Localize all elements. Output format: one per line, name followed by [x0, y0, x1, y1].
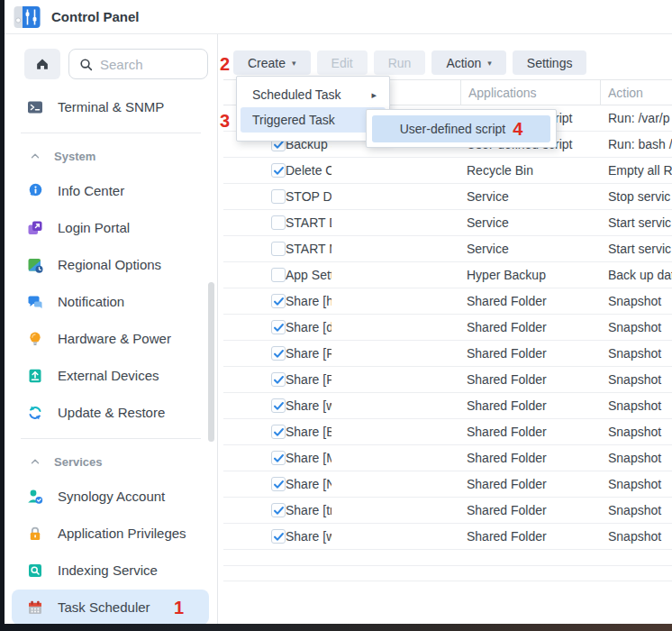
submenu-arrow-icon: ▸	[371, 89, 377, 101]
search-input[interactable]	[100, 57, 200, 72]
task-enabled-checkbox[interactable]	[271, 320, 286, 334]
task-action: Empty all R	[601, 163, 672, 178]
toolbar: Create ▾ Edit Run Action ▾ Settings	[218, 34, 672, 75]
table-row[interactable]: App Settings Web... Hyper Backup Back up…	[223, 262, 672, 288]
menu-item-triggered-task[interactable]: Triggered Task ▸	[241, 107, 386, 133]
check-icon	[273, 165, 285, 177]
task-application: Shared Folder	[461, 372, 601, 387]
task-application: Shared Folder	[461, 451, 601, 465]
task-name: Share [transfer] S...	[286, 503, 331, 517]
task-enabled-checkbox[interactable]	[271, 242, 286, 256]
table-row[interactable]: Share [Backups] S... Shared Folder Snaps…	[223, 419, 672, 445]
edit-button: Edit	[317, 50, 368, 75]
table-row[interactable]: Share [web] Snaps... Shared Folder Snaps…	[223, 393, 672, 419]
sidebar-scrollbar[interactable]	[208, 282, 214, 442]
check-icon	[273, 453, 285, 464]
menu-item-scheduled-task[interactable]: Scheduled Task ▸	[241, 82, 386, 107]
table-row[interactable]: START Docker DS Service Start servic	[223, 210, 672, 236]
sidebar-item-update-restore[interactable]: Update & Restore	[5, 394, 217, 431]
window-title: Control Panel	[51, 9, 140, 24]
run-button: Run	[374, 50, 426, 75]
table-row[interactable]: STOP Docker DS M... Service Stop servic	[223, 184, 672, 210]
caret-down-icon: ▾	[292, 59, 296, 68]
task-action: Snapshot	[601, 346, 672, 361]
task-enabled-checkbox[interactable]	[271, 268, 286, 282]
task-name: Share [PlexMediaS...	[286, 372, 331, 387]
sidebar-item-external-devices[interactable]: External Devices	[5, 357, 217, 394]
task-action: Back up dat	[601, 268, 672, 282]
table-row[interactable]: Share [docker] Sn... Shared Folder Snaps…	[223, 315, 672, 341]
annotation-step-3: 3	[220, 112, 230, 130]
task-enabled-checkbox[interactable]	[271, 189, 286, 204]
table-row[interactable]: Share [PlexMediaS... Shared Folder Snaps…	[223, 367, 672, 393]
task-action: Snapshot	[601, 529, 672, 544]
sidebar-item-indexing-service[interactable]: Indexing Service	[5, 552, 217, 589]
sidebar-item-task-scheduler[interactable]: Task Scheduler 1	[5, 589, 217, 624]
task-action: Run: /var/p	[601, 111, 672, 125]
task-enabled-checkbox[interactable]	[271, 215, 286, 230]
check-icon	[273, 374, 285, 386]
task-enabled-checkbox[interactable]	[271, 425, 286, 439]
sidebar-divider	[21, 133, 201, 133]
sidebar-item-synology-account[interactable]: Synology Account	[5, 478, 217, 515]
task-enabled-checkbox[interactable]	[271, 346, 286, 361]
task-enabled-checkbox[interactable]	[271, 529, 286, 544]
task-enabled-checkbox[interactable]	[271, 477, 286, 491]
task-application: Service	[461, 215, 601, 230]
task-enabled-checkbox[interactable]	[271, 372, 286, 387]
task-application: Shared Folder	[461, 477, 601, 491]
task-enabled-checkbox[interactable]	[271, 451, 286, 465]
table-row[interactable]: START Medusa Service Start servic	[223, 236, 672, 262]
annotation-step-1: 1	[174, 599, 184, 617]
task-name: Share [Resilio Syn...	[286, 346, 331, 361]
section-header-system[interactable]: System	[5, 140, 217, 172]
sidebar-item-info-center[interactable]: Info Center	[5, 172, 217, 209]
task-name: Share [docker] Sn...	[286, 320, 331, 334]
create-button[interactable]: Create ▾	[233, 50, 311, 75]
table-row[interactable]: Share [Resilio Syn... Shared Folder Snap…	[223, 341, 672, 367]
check-icon	[273, 296, 285, 307]
sidebar-item-notification[interactable]: Notification	[5, 283, 217, 320]
task-application: Shared Folder	[461, 398, 601, 413]
task-enabled-checkbox[interactable]	[271, 163, 286, 178]
table-row[interactable]: Delete Old Trash Recycle Bin Empty all R	[223, 158, 672, 184]
home-button[interactable]	[24, 49, 60, 79]
task-name: Share [homes] Sn...	[286, 294, 331, 308]
task-enabled-checkbox[interactable]	[271, 294, 286, 308]
task-name: Share [web] Snaps...	[286, 398, 331, 413]
task-enabled-checkbox[interactable]	[271, 398, 286, 413]
action-button[interactable]: Action ▾	[431, 50, 505, 75]
table-row[interactable]: Share [NetBackup]... Shared Folder Snaps…	[223, 471, 672, 498]
task-action: Start servic	[601, 242, 672, 256]
sidebar-item-login-portal[interactable]: Login Portal	[5, 209, 217, 246]
task-application: Shared Folder	[461, 425, 601, 439]
sidebar-item-terminal-snmp[interactable]: Terminal & SNMP	[5, 88, 217, 125]
task-enabled-checkbox[interactable]	[271, 503, 286, 517]
task-name: Share [Backups] S...	[286, 425, 331, 439]
task-application: Service	[461, 189, 601, 204]
task-name: Share [Media] Sna...	[286, 451, 331, 465]
task-action: Snapshot	[601, 320, 672, 334]
menu-item-user-defined-script[interactable]: User-defined script 4	[372, 115, 550, 142]
column-header-action[interactable]: Action	[601, 80, 672, 105]
task-name: START Medusa	[286, 242, 331, 256]
table-row[interactable]: Share [homes] Sn... Shared Folder Snapsh…	[223, 288, 672, 315]
table-row[interactable]: Share [transfer] S... Shared Folder Snap…	[223, 498, 672, 524]
update-restore-icon	[26, 404, 44, 422]
task-application: Shared Folder	[461, 346, 601, 361]
sidebar-item-hardware-power[interactable]: Hardware & Power	[5, 320, 217, 357]
section-header-services[interactable]: Services	[5, 445, 217, 478]
login-portal-icon	[26, 219, 44, 237]
sidebar-divider	[21, 438, 201, 439]
sidebar-item-application-privileges[interactable]: Application Privileges	[5, 515, 217, 552]
table-row[interactable]: Share [web_packa... Shared Folder Snapsh…	[223, 524, 672, 550]
search-box[interactable]	[68, 49, 208, 79]
sidebar-item-regional-options[interactable]: Regional Options	[5, 246, 217, 283]
table-row[interactable]: Share [Media] Sna... Shared Folder Snaps…	[223, 445, 672, 471]
task-name: START Docker DS	[286, 215, 331, 230]
task-name: App Settings Web...	[286, 268, 331, 282]
settings-button[interactable]: Settings	[513, 50, 587, 75]
task-action: Snapshot	[601, 503, 672, 517]
column-header-applications[interactable]: Applications	[461, 80, 601, 105]
task-action: Stop servic	[601, 189, 672, 204]
